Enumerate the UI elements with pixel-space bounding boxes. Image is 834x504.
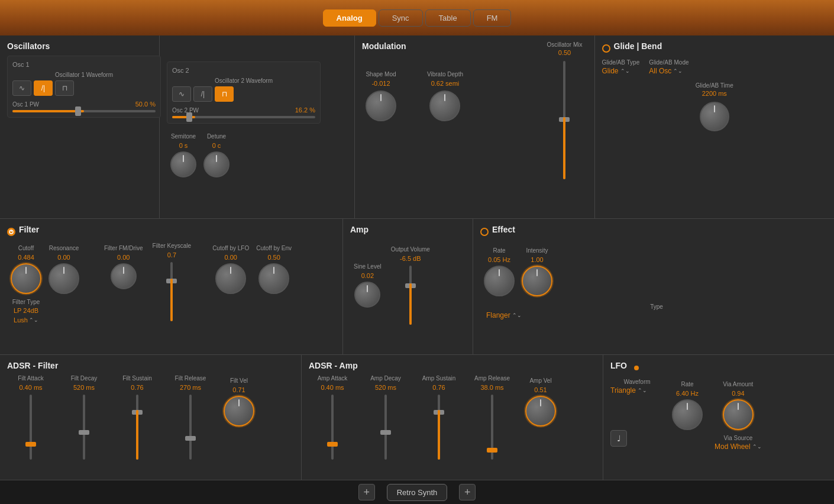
lfo-panel: LFO Waveform Triangle⌃⌄ ♩ Rate 6.40 H — [603, 355, 834, 480]
cutoff-knob[interactable] — [11, 263, 41, 294]
detune-knob[interactable] — [203, 151, 229, 177]
osc2-label: Osc 2 — [172, 67, 315, 74]
glide-type-label: Glide/AB Type — [602, 59, 640, 66]
filt-attack-value: 0.40 ms — [19, 384, 42, 391]
resonance-knob[interactable] — [49, 263, 79, 294]
amp-decay-value: 520 ms — [375, 384, 396, 391]
amp-decay-slider[interactable] — [384, 395, 387, 460]
amp-sustain-area: Amp Sustain 0.76 — [415, 375, 463, 460]
osc1-pw-slider[interactable] — [12, 110, 156, 112]
tab-analog[interactable]: Analog — [323, 9, 376, 27]
osc2-pw-label: Osc 2 PW — [172, 107, 199, 114]
adsr-filter-controls: Filt Attack 0.40 ms Filt Decay 520 ms — [7, 375, 294, 460]
effect-type-select[interactable]: Flanger⌃⌄ — [486, 311, 827, 319]
vibrato-knob[interactable] — [429, 91, 460, 121]
osc2-wave-sine[interactable]: ∿ — [172, 86, 191, 102]
amp-vel-knob[interactable] — [525, 396, 556, 427]
glide-power-btn[interactable] — [602, 44, 610, 53]
lfo-via-amount-container: Via Amount 0.94 Via Source Mod Wheel⌃⌄ — [715, 381, 762, 451]
semitone-value: 0 s — [179, 142, 188, 149]
cutoff-label: Cutoff — [18, 245, 34, 251]
lfo-via-amount-value: 0.94 — [732, 390, 744, 397]
sine-level-container: Sine Level 0.02 — [354, 263, 382, 308]
effect-intensity-knob[interactable] — [522, 266, 552, 296]
osc1-pw-label: Osc 1 PW — [12, 101, 39, 108]
filt-vel-knob[interactable] — [224, 396, 254, 427]
lfo-waveform-select[interactable]: Triangle⌃⌄ — [610, 386, 664, 395]
output-vol-slider[interactable] — [409, 266, 412, 325]
semitone-label: Semitone — [171, 133, 196, 140]
lfo-via-source-area: Via Source Mod Wheel⌃⌄ — [715, 435, 762, 451]
effect-rate-container: Rate 0.05 Hz — [484, 247, 515, 296]
sine-level-knob[interactable] — [354, 282, 380, 308]
filt-attack-label: Filt Attack — [18, 375, 43, 382]
add-left-button[interactable]: + — [358, 484, 375, 500]
filter-type-select[interactable]: LP 24dB Lush⌃⌄ — [12, 306, 40, 324]
filter-power-btn[interactable] — [7, 228, 15, 236]
resonance-label: Resonance — [49, 245, 79, 251]
cutoff-env-knob[interactable] — [258, 263, 289, 294]
osc1-wave-square[interactable]: ⊓ — [55, 80, 74, 96]
amp-attack-label: Amp Attack — [318, 375, 348, 382]
filter-knobs: Cutoff 0.484 Filter Type LP 24dB Lush⌃⌄ … — [7, 243, 335, 326]
filt-sustain-slider[interactable] — [136, 395, 138, 460]
amp-decay-area: Amp Decay 520 ms — [362, 375, 409, 460]
glide-type-area: Glide/AB Type Glide⌃⌄ — [602, 59, 640, 75]
glide-mode-select[interactable]: All Osc⌃⌄ — [649, 67, 688, 75]
filt-attack-slider[interactable] — [30, 395, 32, 460]
osc1-waveform-buttons: ∿ /| ⊓ — [12, 80, 156, 96]
filt-sustain-value: 0.76 — [131, 384, 143, 391]
filter-title: Filter — [19, 225, 39, 234]
add-right-button[interactable]: + — [459, 484, 476, 500]
filt-decay-slider[interactable] — [83, 395, 85, 460]
main-content: Oscillators Osc 1 Oscillator 1 Waveform … — [0, 35, 834, 504]
lfo-rate-container: Rate 6.40 Hz — [672, 381, 703, 430]
filt-vel-container: Filt Vel 0.71 — [224, 377, 254, 427]
keyscale-value: 0.7 — [167, 251, 176, 259]
tab-sync[interactable]: Sync — [379, 9, 423, 27]
fm-drive-container: Filter FM/Drive 0.00 — [104, 245, 143, 289]
osc1-wave-sine[interactable]: ∿ — [12, 80, 31, 96]
shape-mod-knob[interactable] — [366, 91, 396, 121]
glide-panel: Glide | Bend Glide/AB Type Glide⌃⌄ Glide… — [595, 35, 835, 218]
lfo-title: LFO — [610, 361, 627, 370]
fm-drive-knob[interactable] — [111, 263, 137, 289]
effect-rate-knob[interactable] — [484, 266, 515, 296]
tab-table[interactable]: Table — [425, 9, 471, 27]
lfo-note-icon[interactable]: ♩ — [610, 430, 627, 447]
sine-level-value: 0.02 — [361, 272, 374, 279]
tab-fm[interactable]: FM — [473, 9, 512, 27]
semitone-knob[interactable] — [170, 151, 196, 177]
osc2-knobs: Semitone 0 s Detune 0 c — [167, 131, 347, 180]
glide-type-select[interactable]: Glide⌃⌄ — [602, 67, 640, 75]
keyscale-slider[interactable] — [170, 262, 173, 321]
osc2-pw-slider[interactable] — [172, 116, 315, 118]
filt-decay-label: Filt Decay — [71, 375, 97, 382]
amp-release-value: 38.0 ms — [480, 384, 503, 391]
filt-vel-value: 0.71 — [232, 386, 245, 393]
amp-attack-slider[interactable] — [331, 395, 334, 460]
lfo-via-source-select[interactable]: Mod Wheel⌃⌄ — [715, 442, 762, 451]
osc1-waveform-label: Oscillator 1 Waveform — [12, 72, 156, 78]
cutoff-lfo-knob[interactable] — [215, 263, 246, 294]
osc-mix-slider[interactable] — [551, 61, 577, 179]
osc2-wave-square[interactable]: ⊓ — [215, 86, 234, 102]
vibrato-label: Vibrato Depth — [427, 71, 463, 77]
effect-knobs: Rate 0.05 Hz Intensity 1.00 — [480, 245, 827, 299]
shape-mod-label: Shape Mod — [366, 71, 396, 77]
amp-title: Amp — [350, 225, 466, 234]
lfo-rate-knob[interactable] — [672, 399, 703, 430]
detune-container: Detune 0 c — [203, 133, 229, 177]
glide-time-area: Glide/AB Time 2200 ms — [602, 82, 827, 131]
filt-release-slider[interactable] — [189, 395, 192, 460]
oscillators-panel: Oscillators Osc 1 Oscillator 1 Waveform … — [0, 35, 160, 218]
osc2-wave-saw[interactable]: /| — [193, 86, 212, 102]
effect-power-btn[interactable] — [480, 228, 489, 236]
amp-sustain-slider[interactable] — [438, 395, 440, 460]
osc1-wave-saw[interactable]: /| — [34, 80, 53, 96]
output-vol-label: Output Volume — [391, 246, 430, 253]
lfo-via-amount-knob[interactable] — [723, 399, 754, 430]
glide-time-knob[interactable] — [700, 102, 729, 131]
amp-vel-container: Amp Vel 0.51 — [525, 377, 556, 427]
amp-release-slider[interactable] — [491, 395, 493, 460]
